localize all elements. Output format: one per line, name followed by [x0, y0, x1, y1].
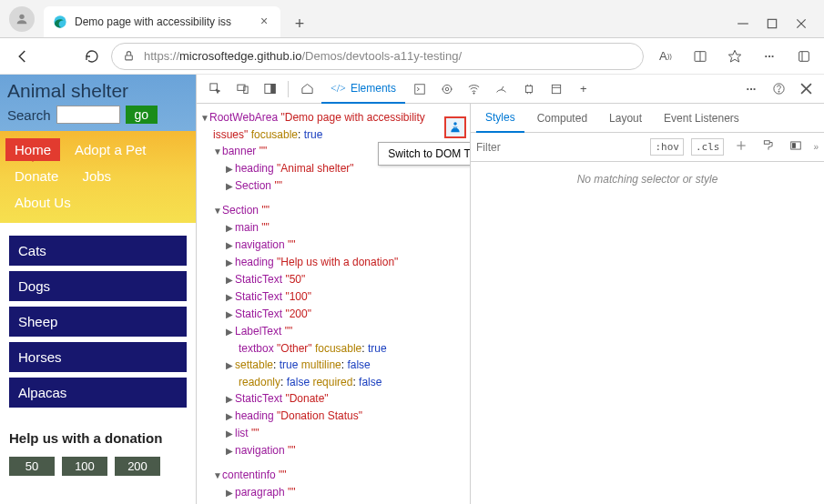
svg-point-19 [443, 85, 451, 93]
profile-icon[interactable] [9, 6, 35, 32]
dom-tree-tooltip: Switch to DOM Tree view [378, 142, 470, 166]
window-controls [737, 17, 824, 37]
sources-icon[interactable] [434, 76, 460, 102]
paint-icon[interactable] [758, 137, 778, 156]
svg-rect-29 [552, 85, 560, 93]
url-text: https://microsoftedge.github.io/Demos/de… [144, 49, 632, 63]
svg-point-18 [445, 87, 449, 91]
styles-more-icon[interactable]: » [813, 142, 819, 152]
svg-rect-14 [243, 86, 247, 94]
category-horses[interactable]: Horses [9, 342, 187, 372]
search-label: Search [7, 107, 51, 123]
svg-point-0 [19, 15, 24, 19]
inspect-icon[interactable] [202, 76, 228, 102]
new-tab-button[interactable]: + [286, 10, 313, 37]
device-icon[interactable] [229, 76, 255, 102]
nav-home[interactable]: Home [5, 138, 60, 161]
refresh-button[interactable] [76, 41, 107, 72]
reader-icon[interactable] [687, 44, 713, 69]
page-nav: Home Adopt a Pet Donate Jobs About Us [0, 131, 196, 223]
svg-marker-9 [728, 50, 740, 62]
copilot-icon[interactable] [791, 44, 817, 69]
svg-point-22 [473, 93, 474, 94]
forward-button [42, 41, 73, 72]
svg-point-32 [778, 91, 779, 92]
tab-layout[interactable]: Layout [600, 104, 651, 133]
styles-empty-message: No matching selector or style [471, 162, 824, 197]
accessibility-tree[interactable]: Switch to DOM Tree view ▼RootWebArea "De… [197, 104, 470, 504]
category-cats[interactable]: Cats [9, 236, 187, 266]
application-icon[interactable] [544, 76, 569, 102]
svg-line-23 [502, 86, 504, 90]
tab-title: Demo page with accessibility iss [75, 15, 257, 28]
titlebar: Demo page with accessibility iss × + [0, 0, 824, 38]
category-list: Cats Dogs Sheep Horses Alpacas [0, 223, 196, 426]
maximize-icon[interactable] [766, 17, 778, 30]
devtools: </>Elements + ··· Switch to DOM Tree vie… [196, 75, 824, 504]
svg-rect-10 [799, 51, 809, 61]
lock-icon [123, 50, 135, 62]
svg-rect-24 [525, 86, 532, 92]
dom-tree-toggle[interactable] [444, 116, 466, 138]
welcome-icon[interactable] [294, 76, 320, 102]
new-rule-icon[interactable] [731, 137, 751, 156]
svg-point-35 [453, 122, 457, 126]
svg-rect-3 [768, 19, 776, 27]
browser-tab[interactable]: Demo page with accessibility iss × [44, 6, 280, 37]
category-sheep[interactable]: Sheep [9, 307, 187, 337]
category-dogs[interactable]: Dogs [9, 271, 187, 301]
tab-computed[interactable]: Computed [528, 104, 596, 133]
category-alpacas[interactable]: Alpacas [9, 378, 187, 408]
page-title: Animal shelter [7, 80, 188, 102]
donation-section: Help us with a donation 50 100 200 [0, 426, 196, 479]
devtools-close-icon[interactable] [793, 76, 819, 102]
network-icon[interactable] [462, 76, 487, 102]
styles-pane: Styles Computed Layout Event Listeners :… [470, 104, 824, 504]
svg-rect-38 [765, 141, 770, 145]
tab-close-icon[interactable]: × [257, 15, 271, 29]
url-input[interactable]: https://microsoftedge.github.io/Demos/de… [111, 43, 644, 70]
read-aloud-icon[interactable]: A)) [653, 44, 678, 69]
minimize-icon[interactable] [737, 17, 749, 30]
page-content: Animal shelter Search go Home Adopt a Pe… [0, 75, 196, 504]
svg-rect-40 [793, 144, 796, 148]
dock-icon[interactable] [257, 76, 282, 102]
back-button[interactable] [7, 41, 38, 72]
help-icon[interactable] [766, 76, 791, 102]
svg-rect-6 [126, 55, 133, 60]
edge-icon [53, 15, 67, 29]
page-header: Animal shelter Search go [0, 75, 196, 131]
devtools-menu-icon[interactable]: ··· [738, 76, 764, 102]
amount-100[interactable]: 100 [62, 457, 107, 476]
more-tabs-icon[interactable]: + [571, 76, 596, 102]
tab-event-listeners[interactable]: Event Listeners [655, 104, 748, 133]
tab-styles[interactable]: Styles [476, 104, 524, 133]
amount-200[interactable]: 200 [115, 457, 160, 476]
menu-icon[interactable]: ··· [757, 44, 782, 69]
amount-50[interactable]: 50 [9, 457, 55, 476]
hov-toggle[interactable]: :hov [650, 138, 684, 156]
performance-icon[interactable] [489, 76, 514, 102]
nav-adopt[interactable]: Adopt a Pet [66, 138, 155, 161]
tab-elements[interactable]: </>Elements [321, 75, 405, 104]
styles-filter[interactable] [476, 141, 522, 154]
donation-heading: Help us with a donation [9, 429, 187, 448]
devtools-toolbar: </>Elements + ··· [197, 75, 824, 104]
close-icon[interactable] [795, 17, 808, 30]
nav-about[interactable]: About Us [5, 191, 80, 214]
address-bar: https://microsoftedge.github.io/Demos/de… [0, 38, 824, 75]
flexbox-icon[interactable] [786, 137, 806, 156]
nav-donate[interactable]: Donate [5, 165, 67, 187]
svg-rect-16 [270, 85, 274, 94]
favorite-icon[interactable] [722, 44, 748, 69]
cls-toggle[interactable]: .cls [691, 138, 725, 156]
console-icon[interactable] [407, 76, 432, 102]
search-input[interactable] [56, 106, 120, 124]
nav-jobs[interactable]: Jobs [73, 165, 120, 187]
memory-icon[interactable] [516, 76, 542, 102]
go-button[interactable]: go [126, 106, 158, 124]
